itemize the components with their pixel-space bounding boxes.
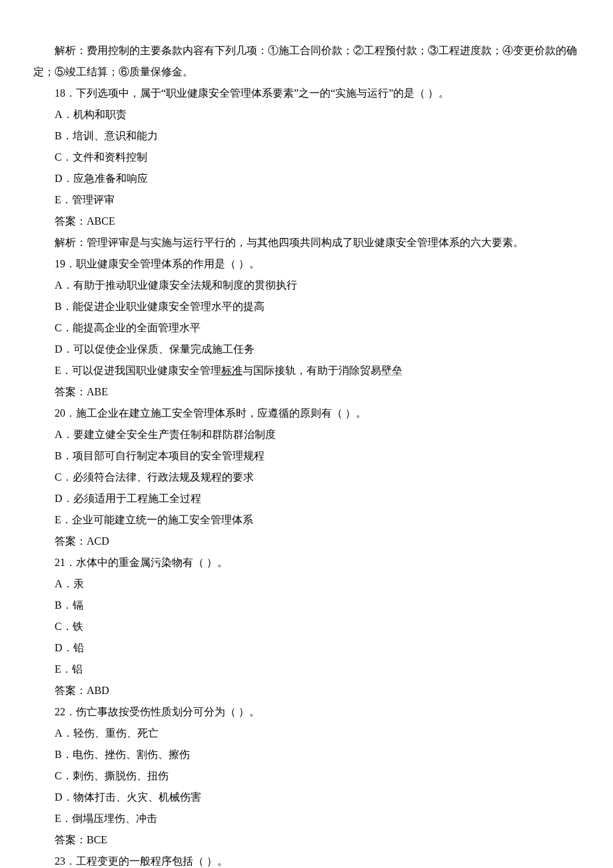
text-line: 18．下列选项中，属于“职业健康安全管理体系要素”之一的“实施与运行”的是（ ）… [33,83,580,104]
text-line: 22．伤亡事故按受伤性质划分可分为（ ）。 [33,701,580,723]
text-line: C．文件和资料控制 [33,147,580,168]
underlined-text: 标准 [221,365,243,376]
text-line: B．培训、意识和能力 [33,125,580,147]
text-line: E．可以促进我国职业健康安全管理标准与国际接轨，有助于消除贸易壁垒 [33,360,580,381]
text-line: 答案：ABE [33,381,580,403]
text-line: 解析：管理评审是与实施与运行平行的，与其他四项共同构成了职业健康安全管理体系的六… [33,232,580,253]
text-line: D．应急准备和响应 [33,168,580,189]
text-line: 答案：BCE [33,829,580,851]
text-line: B．镉 [33,595,580,616]
text-line: E．企业可能建立统一的施工安全管理体系 [33,509,580,531]
text-line: A．要建立健全安全生产责任制和群防群治制度 [33,424,580,445]
text-line: D．必须适用于工程施工全过程 [33,488,580,509]
text-line: D．可以促使企业保质、保量完成施工任务 [33,339,580,360]
text-line: B．能促进企业职业健康安全管理水平的提高 [33,296,580,317]
text-line: D．铅 [33,637,580,659]
text-line: C．刺伤、撕脱伤、扭伤 [33,765,580,787]
text-line: 19．职业健康安全管理体系的作用是（ ）。 [33,253,580,275]
text-line: E．铝 [33,659,580,680]
text-line: B．电伤、挫伤、割伤、擦伤 [33,744,580,765]
text-line: 20．施工企业在建立施工安全管理体系时，应遵循的原则有（ ）。 [33,403,580,424]
text-line: E．倒塌压埋伤、冲击 [33,808,580,829]
text-line: D．物体打击、火灾、机械伤害 [33,787,580,808]
text-line: C．铁 [33,616,580,637]
text-line: 21．水体中的重金属污染物有（ ）。 [33,552,580,573]
text-line: C．能提高企业的全面管理水平 [33,317,580,339]
text-line: A．机构和职责 [33,104,580,125]
text-line: 23．工程变更的一般程序包括（ ）。 [33,851,580,868]
text-line: E．管理评审 [33,189,580,211]
text-line: 答案：ACD [33,531,580,552]
text-line: 答案：ABD [33,680,580,701]
text-line: A．有助于推动职业健康安全法规和制度的贯彻执行 [33,275,580,296]
text-line: C．必须符合法律、行政法规及规程的要求 [33,467,580,488]
text-line: A．汞 [33,573,580,595]
text-line: B．项目部可自行制定本项目的安全管理规程 [33,445,580,467]
text-line: 解析：费用控制的主要条款内容有下列几项：①施工合同价款；②工程预付款；③工程进度… [33,40,580,83]
text-line: 答案：ABCE [33,211,580,232]
text-line: A．轻伤、重伤、死亡 [33,723,580,744]
